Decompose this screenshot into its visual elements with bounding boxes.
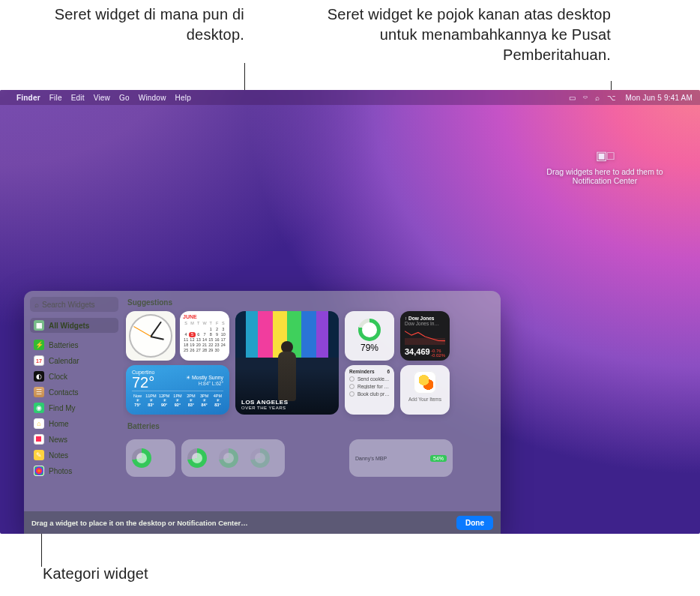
battery-status-icon[interactable]: ▭: [569, 94, 576, 102]
search-icon: ⌕: [34, 301, 39, 309]
search-input[interactable]: ⌕ Search Widgets: [30, 297, 118, 312]
home-icon: ⌂: [34, 418, 44, 429]
weather-widget[interactable]: Cupertino 72° ☀ Mostly Sunny H:84° L:62°…: [126, 365, 229, 415]
sidebar-item-home[interactable]: ⌂ Home: [30, 416, 118, 431]
sidebar-item-label: Notes: [49, 451, 68, 460]
widget-dropzone-icon: ▣□: [534, 148, 676, 163]
find-my-widget[interactable]: Add Your Items: [400, 365, 450, 415]
desktop-screenshot: Finder File Edit View Go Window Help ▭ ⌔…: [0, 90, 700, 534]
sidebar-item-label: Contacts: [49, 388, 78, 397]
news-icon: [34, 434, 44, 445]
clock-icon: ◐: [34, 371, 44, 382]
stocks-change-pct: -0.02%: [431, 353, 445, 358]
photo-person-silhouette: [274, 341, 300, 401]
battery-ring-icon: [219, 448, 238, 468]
all-widgets-icon: ▦: [34, 320, 44, 331]
sidebar-item-label: Clock: [49, 373, 67, 381]
sidebar-item-label: Calendar: [49, 357, 79, 365]
callout-notification-center: Seret widget ke pojok kanan atas desktop…: [296, 4, 611, 65]
widget-sidebar: ⌕ Search Widgets ▦ All Widgets ⚡ Batteri…: [24, 291, 123, 534]
find-my-icon: ◉: [34, 403, 44, 413]
notes-icon: ✎: [34, 450, 44, 460]
wifi-icon[interactable]: ⌔: [583, 94, 588, 102]
sidebar-item-photos[interactable]: Photos: [30, 463, 118, 478]
sun-icon: ☀: [186, 375, 190, 380]
widget-gallery-footer: Drag a widget to place it on the desktop…: [24, 511, 501, 534]
section-title-batteries: Batteries: [127, 422, 493, 430]
stocks-sparkline: [405, 328, 445, 345]
battery-ring-icon: [250, 448, 270, 468]
battery-device-label: Danny's MBP: [355, 456, 387, 461]
sidebar-item-find-my[interactable]: ◉ Find My: [30, 400, 118, 415]
reminders-count: 6: [387, 369, 390, 374]
battery-device-pct: 54%: [430, 455, 447, 462]
callout-desktop-drag: Seret widget di mana pun di desktop.: [12, 4, 244, 45]
sidebar-item-news[interactable]: News: [30, 432, 118, 447]
battery-widget[interactable]: 79%: [345, 311, 394, 361]
search-placeholder: Search Widgets: [42, 301, 95, 309]
menubar-item-go[interactable]: Go: [119, 94, 130, 102]
sidebar-item-contacts[interactable]: ☰ Contacts: [30, 385, 118, 400]
photos-widget[interactable]: LOS ANGELES OVER THE YEARS: [235, 311, 339, 415]
batteries-widget-small[interactable]: [126, 439, 175, 477]
control-center-icon[interactable]: ⌥: [607, 94, 616, 102]
menubar-item-file[interactable]: File: [49, 94, 62, 102]
sidebar-item-batteries[interactable]: ⚡ Batteries: [30, 337, 118, 352]
menubar-item-help[interactable]: Help: [175, 94, 191, 102]
battery-icon: ⚡: [34, 340, 44, 350]
sidebar-item-notes[interactable]: ✎ Notes: [30, 448, 118, 463]
stocks-name: Dow Jones In…: [405, 321, 445, 326]
find-my-label: Add Your Items: [405, 397, 445, 402]
sidebar-item-label: Find My: [49, 404, 76, 412]
menubar-item-view[interactable]: View: [94, 94, 110, 102]
battery-ring-icon: [358, 319, 381, 341]
contacts-icon: ☰: [34, 387, 44, 397]
menubar-item-edit[interactable]: Edit: [71, 94, 85, 102]
callout-widget-categories: Kategori widget: [43, 564, 238, 584]
batteries-widget-list[interactable]: Danny's MBP 54%: [349, 439, 453, 477]
battery-ring-icon: [187, 448, 207, 468]
widget-gallery-panel: ⌕ Search Widgets ▦ All Widgets ⚡ Batteri…: [24, 291, 501, 534]
battery-percent-label: 79%: [360, 343, 378, 353]
weather-hilo: H:84° L:62°: [132, 381, 223, 386]
sidebar-item-calendar[interactable]: 17 Calendar: [30, 353, 118, 368]
footer-hint-text: Drag a widget to place it on the desktop…: [31, 519, 248, 527]
spotlight-icon[interactable]: ⌕: [595, 94, 600, 102]
calendar-icon: 17: [34, 355, 44, 366]
photos-title: LOS ANGELES: [241, 399, 289, 406]
drop-hint-text: Drag widgets here to add them to Notific…: [546, 167, 663, 185]
menu-bar: Finder File Edit View Go Window Help ▭ ⌔…: [0, 90, 700, 105]
reminders-title: Reminders: [349, 369, 375, 374]
notification-center-drop-zone[interactable]: ▣□ Drag widgets here to add them to Noti…: [534, 148, 676, 185]
menubar-item-window[interactable]: Window: [139, 94, 166, 102]
menubar-datetime[interactable]: Mon Jun 5 9:41 AM: [625, 94, 693, 102]
weather-condition: Mostly Sunny: [192, 375, 223, 380]
calendar-widget[interactable]: June SMTWTFS 123456789101112131415161718…: [180, 311, 229, 361]
section-title-suggestions: Suggestions: [127, 298, 493, 307]
stocks-widget[interactable]: ↑ Dow Jones Dow Jones In… 34,469 -0.76-0…: [400, 311, 450, 361]
find-my-items-icon: [414, 371, 436, 394]
sidebar-item-label: Batteries: [49, 341, 78, 349]
widget-gallery-main: Suggestions June SMTWTFS 123456789101112…: [123, 291, 501, 534]
status-icons: ▭ ⌔ ⌕ ⌥: [569, 94, 617, 102]
sidebar-item-label: News: [49, 436, 67, 444]
sidebar-item-label: All Widgets: [49, 322, 89, 330]
sidebar-item-all-widgets[interactable]: ▦ All Widgets: [30, 318, 118, 333]
batteries-widget-medium[interactable]: [181, 439, 285, 477]
clock-widget[interactable]: [126, 311, 175, 361]
battery-ring-icon: [132, 448, 151, 468]
photos-subtitle: OVER THE YEARS: [241, 406, 289, 410]
weather-location: Cupertino: [132, 370, 223, 375]
calendar-month-label: June: [183, 314, 226, 319]
sidebar-item-label: Home: [49, 420, 69, 428]
sidebar-item-label: Photos: [49, 467, 72, 475]
photos-icon: [34, 466, 44, 476]
done-button[interactable]: Done: [456, 516, 493, 530]
stocks-symbol: ↑ Dow Jones: [405, 316, 445, 321]
menubar-app-name[interactable]: Finder: [16, 94, 40, 102]
reminders-widget[interactable]: Reminders 6 Send cookie reci…Register fo…: [345, 365, 394, 415]
sidebar-item-clock[interactable]: ◐ Clock: [30, 369, 118, 384]
